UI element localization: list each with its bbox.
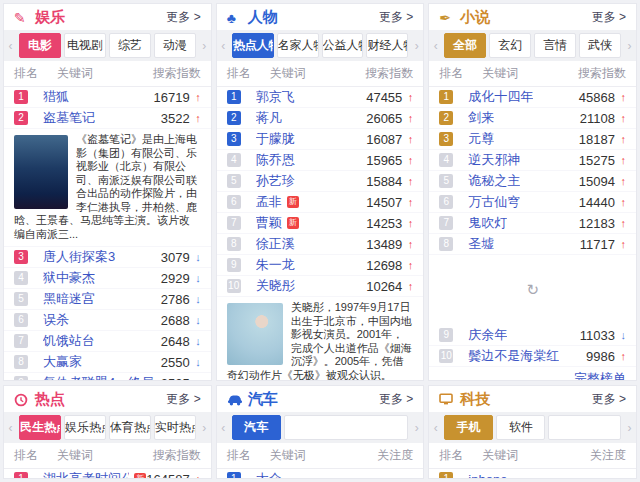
keyword-link[interactable]: 逆天邪神 (468, 151, 520, 169)
tab-entertainment-hot[interactable]: 娱乐热点 (64, 415, 106, 440)
more-link[interactable]: 更多 > (592, 391, 626, 408)
keyword-link[interactable]: 大赢家 (43, 353, 82, 371)
keyword-link[interactable]: 关晓彤 (256, 277, 295, 295)
more-link[interactable]: 更多 > (166, 391, 200, 408)
keyword-link[interactable]: 唐人街探案3 (43, 248, 115, 266)
table-row[interactable]: 9 复仇者联盟4：终局.. 2525 (4, 373, 211, 381)
keyword-link[interactable]: 黑暗迷宫 (43, 290, 95, 308)
table-row[interactable]: 6 孟非 新 14507 (217, 192, 424, 213)
tab-romance[interactable]: 言情 (534, 33, 576, 58)
tab-phones[interactable]: 手机 (444, 415, 493, 440)
table-row[interactable]: 7 曹颖 新 14253 (217, 213, 424, 234)
more-link[interactable]: 更多 > (379, 9, 413, 26)
table-row[interactable]: 3 元尊 18187 (429, 129, 636, 150)
more-link[interactable]: 更多 > (166, 9, 200, 26)
tab-hot-people[interactable]: 热点人物 (232, 33, 274, 58)
table-row[interactable]: 8 徐正溪 13489 (217, 234, 424, 255)
keyword-link[interactable]: 蒋凡 (256, 109, 282, 127)
tab-scroll-left-icon[interactable]: ‹ (5, 39, 16, 53)
keyword-link[interactable]: 成化十四年 (468, 88, 533, 106)
keyword-link[interactable]: 朱一龙 (256, 256, 295, 274)
tab-wuxia[interactable]: 武侠 (579, 33, 621, 58)
table-row[interactable]: 7 饥饿站台 2648 (4, 331, 211, 352)
tab-famous-people[interactable]: 名家人物 (277, 33, 319, 58)
tab-scroll-left-icon[interactable]: ‹ (218, 39, 229, 53)
table-row[interactable]: 8 圣墟 11717 (429, 234, 636, 255)
tab-scroll-right-icon[interactable]: › (199, 421, 210, 435)
keyword-link[interactable]: 误杀 (43, 311, 69, 329)
keyword-link[interactable]: 盗墓笔记 (43, 109, 95, 127)
tab-scroll-right-icon[interactable]: › (624, 421, 635, 435)
keyword-link[interactable]: 鬼吹灯 (468, 214, 507, 232)
movie-poster-image[interactable] (14, 135, 68, 209)
keyword-link[interactable]: iphone (468, 472, 507, 480)
tab-anime[interactable]: 动漫 (154, 33, 196, 58)
table-row[interactable]: 5 黑暗迷宫 2786 (4, 289, 211, 310)
tab-all-novels[interactable]: 全部 (444, 33, 486, 58)
keyword-link[interactable]: 诡秘之主 (468, 172, 520, 190)
table-row[interactable]: 4 狱中豪杰 2929 (4, 268, 211, 289)
keyword-link[interactable]: 郭京飞 (256, 88, 295, 106)
table-row[interactable]: 1 郭京飞 47455 (217, 87, 424, 108)
keyword-link[interactable]: 复仇者联盟4：终局.. (43, 374, 161, 381)
table-row[interactable]: 9 庆余年 11033 (429, 325, 636, 346)
keyword-link[interactable]: 饥饿站台 (43, 332, 95, 350)
table-row[interactable]: 1 成化十四年 45868 (429, 87, 636, 108)
more-link[interactable]: 更多 > (379, 391, 413, 408)
keyword-link[interactable]: 孙艺珍 (256, 172, 295, 190)
keyword-link[interactable]: 鬓边不是海棠红 (468, 347, 559, 365)
table-row[interactable]: 2 盗墓笔记 3522 (4, 108, 211, 129)
tab-realtime-hot[interactable]: 实时热点 (154, 415, 196, 440)
keyword-link[interactable]: 圣墟 (468, 235, 494, 253)
keyword-link[interactable]: 猎狐 (43, 88, 69, 106)
table-row[interactable]: 2 蒋凡 26065 (217, 108, 424, 129)
tab-variety[interactable]: 综艺 (109, 33, 151, 58)
table-row[interactable]: 4 逆天邪神 15275 (429, 150, 636, 171)
table-row[interactable]: 1 湖北高考时间公布 新 164587 (4, 469, 211, 479)
tab-movies[interactable]: 电影 (19, 33, 61, 58)
keyword-link[interactable]: 狱中豪杰 (43, 269, 95, 287)
full-list-link[interactable]: 完整榜单 (574, 370, 626, 381)
table-row[interactable]: 4 陈乔恩 15965 (217, 150, 424, 171)
keyword-link[interactable]: 陈乔恩 (256, 151, 295, 169)
tab-cars[interactable]: 汽车 (232, 415, 281, 440)
keyword-link[interactable]: 湖北高考时间公布 (43, 470, 129, 479)
tab-scroll-left-icon[interactable]: ‹ (430, 39, 441, 53)
table-row[interactable]: 5 诡秘之主 15094 (429, 171, 636, 192)
table-row[interactable]: 2 剑来 21108 (429, 108, 636, 129)
table-row[interactable]: 1 iphone (429, 469, 636, 479)
keyword-link[interactable]: 大众 (256, 470, 282, 479)
table-row[interactable]: 9 朱一龙 12698 (217, 255, 424, 276)
tab-software[interactable]: 软件 (496, 415, 545, 440)
table-row[interactable]: 6 万古仙穹 14440 (429, 192, 636, 213)
keyword-link[interactable]: 剑来 (468, 109, 494, 127)
table-row[interactable]: 1 大众 (217, 469, 424, 479)
tab-charity-people[interactable]: 公益人物 (322, 33, 364, 58)
tab-scroll-right-icon[interactable]: › (199, 39, 210, 53)
tab-tv-series[interactable]: 电视剧 (64, 33, 106, 58)
keyword-link[interactable]: 元尊 (468, 130, 494, 148)
tab-scroll-right-icon[interactable]: › (624, 39, 635, 53)
table-row[interactable]: 10 鬓边不是海棠红 9986 (429, 346, 636, 367)
table-row[interactable]: 10 关晓彤 10264 (217, 276, 424, 297)
keyword-link[interactable]: 万古仙穹 (468, 193, 520, 211)
tab-fantasy[interactable]: 玄幻 (489, 33, 531, 58)
tab-livelihood-hot[interactable]: 民生热点 (19, 415, 61, 440)
tab-scroll-left-icon[interactable]: ‹ (5, 421, 16, 435)
more-link[interactable]: 更多 > (592, 9, 626, 26)
table-row[interactable]: 8 大赢家 2550 (4, 352, 211, 373)
table-row[interactable]: 5 孙艺珍 15884 (217, 171, 424, 192)
keyword-link[interactable]: 曹颖 (256, 214, 282, 232)
table-row[interactable]: 7 鬼吹灯 12183 (429, 213, 636, 234)
keyword-link[interactable]: 庆余年 (468, 326, 507, 344)
table-row[interactable]: 3 于朦胧 16087 (217, 129, 424, 150)
tab-sports-hot[interactable]: 体育热点 (109, 415, 151, 440)
tab-scroll-right-icon[interactable]: › (411, 421, 422, 435)
tab-finance-people[interactable]: 财经人物 (366, 33, 408, 58)
tab-scroll-right-icon[interactable]: › (411, 39, 422, 53)
table-row[interactable]: 3 唐人街探案3 3079 (4, 247, 211, 268)
keyword-link[interactable]: 孟非 (256, 193, 282, 211)
table-row[interactable]: 6 误杀 2688 (4, 310, 211, 331)
keyword-link[interactable]: 于朦胧 (256, 130, 295, 148)
tab-scroll-left-icon[interactable]: ‹ (430, 421, 441, 435)
